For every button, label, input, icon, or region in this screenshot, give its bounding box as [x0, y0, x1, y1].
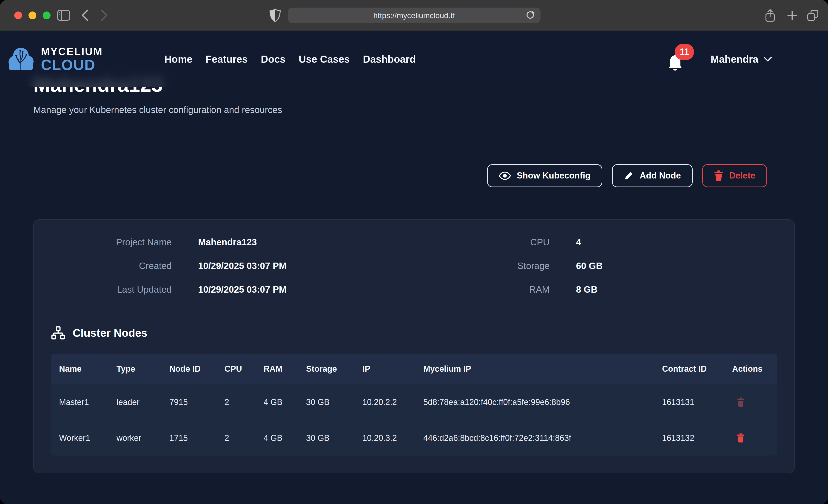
node-mycelium-ip: 446:d2a6:8bcd:8c16:ff0f:72e2:3114:863f — [415, 426, 654, 450]
sidebar-toggle-button[interactable] — [55, 6, 73, 24]
tab-overview-button[interactable] — [804, 6, 822, 24]
nav-item-features[interactable]: Features — [206, 53, 248, 65]
url-text: https://myceliumcloud.tf — [373, 11, 455, 20]
overview-right-column: CPU4 Storage60 GB RAM8 GB — [414, 237, 777, 308]
page-content: Mahendra123 Manage your Kubernetes clust… — [0, 74, 828, 473]
node-ram: 4 GB — [255, 390, 298, 414]
delete-cluster-button[interactable]: Delete — [702, 164, 767, 187]
cluster-actions: Show Kubeconfig Add Node Delete — [33, 164, 767, 187]
table-row-master1: Master1 leader 7915 2 4 GB 30 GB 10.20.2… — [51, 384, 777, 420]
nav-item-docs[interactable]: Docs — [261, 53, 286, 65]
node-cpu: 2 — [216, 426, 255, 450]
chevron-down-icon — [763, 56, 772, 62]
storage-value: 60 GB — [576, 261, 603, 271]
delete-node-button[interactable] — [737, 433, 745, 443]
chevron-left-icon — [81, 9, 89, 22]
user-menu[interactable]: Mahendra — [711, 53, 772, 65]
address-bar[interactable]: https://myceliumcloud.tf — [288, 8, 540, 23]
back-button[interactable] — [76, 6, 94, 24]
reload-button[interactable] — [525, 10, 535, 20]
new-tab-button[interactable] — [783, 6, 801, 24]
user-name: Mahendra — [711, 53, 758, 65]
cluster-nodes-table: Name Type Node ID CPU RAM Storage IP Myc… — [51, 354, 777, 456]
column-header-mycelium-ip: Mycelium IP — [415, 357, 654, 380]
page-subtitle: Manage your Kubernetes cluster configura… — [33, 104, 795, 115]
ram-value: 8 GB — [576, 284, 597, 295]
show-kubeconfig-button[interactable]: Show Kubeconfig — [487, 164, 602, 187]
trash-icon — [714, 170, 723, 181]
node-cpu: 2 — [216, 390, 255, 414]
node-id: 7915 — [161, 390, 216, 414]
notifications-button[interactable]: 11 — [667, 48, 685, 71]
node-contract-id: 1613131 — [654, 390, 724, 414]
site-navbar: MYCELIUM CLOUD Home Features Docs Use Ca… — [0, 31, 828, 87]
cluster-nodes-heading: Cluster Nodes — [51, 326, 777, 340]
nav-item-use-cases[interactable]: Use Cases — [299, 53, 350, 65]
cloud-tree-logo-icon — [7, 45, 35, 73]
cpu-value: 4 — [576, 237, 581, 247]
minimize-window-button[interactable] — [29, 11, 36, 19]
mycelium-cloud-logo[interactable]: MYCELIUM CLOUD — [7, 45, 103, 73]
window-controls — [14, 11, 50, 19]
add-node-button[interactable]: Add Node — [612, 164, 693, 187]
last-updated-label: Last Updated — [51, 284, 172, 295]
column-header-cpu: CPU — [216, 357, 255, 380]
page-body: Mahendra123 Manage your Kubernetes clust… — [0, 31, 828, 504]
forward-button[interactable] — [95, 6, 113, 24]
zoom-window-button[interactable] — [43, 11, 50, 19]
navbar-right: 11 Mahendra — [667, 48, 772, 71]
overview-left-column: Project NameMahendra123 Created10/29/202… — [51, 237, 414, 308]
node-storage: 30 GB — [298, 426, 355, 450]
sidebar-icon — [57, 10, 70, 21]
browser-chrome: https://myceliumcloud.tf — [0, 0, 828, 31]
nav-item-dashboard[interactable]: Dashboard — [363, 53, 416, 65]
chevron-right-icon — [100, 9, 109, 22]
privacy-shield-button[interactable] — [266, 6, 284, 24]
browser-window: https://myceliumcloud.tf Mahendra123 Man… — [0, 0, 828, 504]
column-header-name: Name — [51, 357, 109, 380]
column-header-storage: Storage — [298, 357, 355, 380]
project-name-label: Project Name — [51, 237, 172, 247]
cpu-label: CPU — [414, 237, 550, 247]
column-header-actions: Actions — [724, 357, 777, 380]
node-type: worker — [109, 426, 161, 450]
node-contract-id: 1613132 — [654, 426, 724, 450]
node-ip: 10.20.2.2 — [355, 390, 415, 414]
eye-icon — [499, 171, 511, 180]
node-ram: 4 GB — [255, 426, 298, 450]
project-name-value: Mahendra123 — [198, 237, 257, 247]
last-updated-value: 10/29/2025 03:07 PM — [198, 284, 287, 295]
storage-label: Storage — [414, 261, 550, 271]
column-header-contract-id: Contract ID — [654, 357, 724, 380]
logo-wordmark: MYCELIUM CLOUD — [41, 46, 103, 72]
node-name: Master1 — [51, 390, 109, 414]
delete-node-button[interactable] — [737, 397, 745, 407]
node-name: Worker1 — [51, 426, 109, 450]
trash-icon — [737, 433, 745, 443]
column-header-ram: RAM — [255, 357, 298, 380]
trash-icon — [737, 397, 745, 407]
column-header-ip: IP — [355, 357, 415, 380]
table-header-row: Name Type Node ID CPU RAM Storage IP Myc… — [51, 354, 777, 384]
close-window-button[interactable] — [14, 11, 22, 19]
ram-label: RAM — [414, 284, 550, 295]
share-button[interactable] — [761, 6, 779, 24]
created-label: Created — [51, 261, 172, 271]
column-header-type: Type — [109, 357, 161, 380]
pencil-icon — [624, 171, 634, 181]
node-mycelium-ip: 5d8:78ea:a120:f40c:ff0f:a5fe:99e6:8b96 — [415, 390, 654, 414]
node-id: 1715 — [161, 426, 216, 450]
cluster-details-card: Project NameMahendra123 Created10/29/202… — [33, 219, 795, 473]
node-storage: 30 GB — [298, 390, 355, 414]
share-icon — [764, 9, 776, 22]
plus-icon — [787, 10, 798, 21]
created-value: 10/29/2025 03:07 PM — [198, 261, 287, 271]
node-ip: 10.20.3.2 — [355, 426, 415, 450]
nav-item-home[interactable]: Home — [164, 53, 192, 65]
network-nodes-icon — [51, 326, 65, 340]
table-row-worker1: Worker1 worker 1715 2 4 GB 30 GB 10.20.3… — [51, 420, 777, 456]
node-type: leader — [109, 390, 161, 414]
tabs-icon — [806, 9, 819, 22]
main-navigation: Home Features Docs Use Cases Dashboard — [164, 53, 416, 65]
cluster-overview: Project NameMahendra123 Created10/29/202… — [51, 237, 777, 308]
